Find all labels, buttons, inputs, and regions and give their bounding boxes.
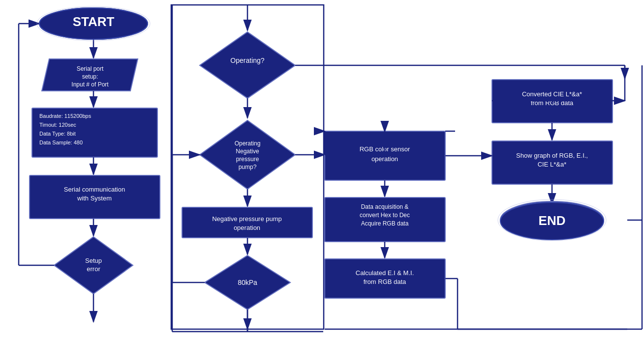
flowchart: START Serial port setup: Input # of Port… (0, 0, 644, 337)
svg-text:Calculated E.I & M.I.: Calculated E.I & M.I. (356, 269, 414, 277)
svg-text:Setup: Setup (85, 257, 102, 264)
svg-marker-30 (200, 32, 295, 98)
svg-text:No: No (186, 273, 196, 281)
svg-text:Timout: 120sec: Timout: 120sec (39, 122, 76, 128)
svg-text:No: No (312, 145, 322, 153)
svg-text:Operating: Operating (235, 140, 261, 147)
svg-text:Input # of Port: Input # of Port (71, 81, 109, 88)
svg-text:Serial port: Serial port (77, 65, 104, 72)
svg-text:Data Sample: 480: Data Sample: 480 (39, 140, 83, 145)
svg-marker-37 (200, 120, 295, 189)
svg-text:Operating?: Operating? (230, 56, 264, 64)
svg-text:with System: with System (77, 195, 112, 202)
end-label: END (539, 213, 566, 228)
svg-text:CIE L*&a*: CIE L*&a* (538, 161, 567, 168)
svg-text:80kPa: 80kPa (238, 279, 257, 286)
svg-text:Data acquisition &: Data acquisition & (361, 203, 409, 210)
svg-text:pressure: pressure (236, 156, 259, 163)
svg-text:Data Type: 8bit: Data Type: 8bit (39, 131, 76, 137)
svg-text:Acquire RGB data: Acquire RGB data (361, 220, 409, 227)
svg-text:Serial communication: Serial communication (64, 186, 125, 193)
svg-text:Negative pressure pump: Negative pressure pump (212, 215, 282, 223)
svg-text:Converted CIE L*&a*: Converted CIE L*&a* (522, 90, 582, 98)
svg-text:Show graph of RGB, E.I.,: Show graph of RGB, E.I., (516, 152, 588, 159)
svg-text:operation: operation (371, 155, 398, 163)
svg-rect-46 (182, 207, 312, 238)
svg-text:Baudrate: 115200bps: Baudrate: 115200bps (39, 113, 92, 119)
svg-text:setup:: setup: (82, 73, 98, 80)
svg-text:operation: operation (234, 224, 260, 231)
svg-text:convert Hex to Dec: convert Hex to Dec (360, 212, 410, 219)
svg-text:No: No (312, 55, 322, 63)
svg-text:error: error (87, 265, 100, 273)
start-label: START (73, 14, 115, 29)
svg-text:pump?: pump? (239, 164, 257, 170)
svg-text:Negative: Negative (236, 148, 259, 155)
svg-text:from RGB data: from RGB data (364, 278, 406, 285)
